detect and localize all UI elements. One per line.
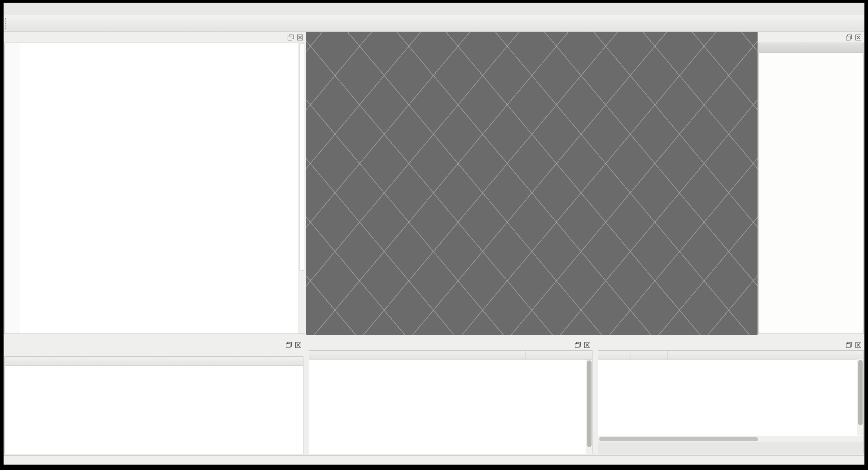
inspector-col-type[interactable] (309, 351, 526, 359)
float-panel-icon[interactable] (287, 34, 294, 41)
cq-object-inspector-panel (308, 339, 593, 455)
editor-panel (4, 32, 306, 335)
variables-panel (597, 339, 864, 455)
toolbar (4, 15, 864, 32)
float-panel-icon[interactable] (846, 34, 852, 41)
traceback-panel (4, 339, 304, 455)
close-panel-icon[interactable] (297, 34, 303, 41)
cq-models-group-header[interactable] (759, 43, 863, 53)
float-panel-icon[interactable] (574, 342, 581, 348)
inspector-scrollbar[interactable] (586, 360, 592, 454)
code-area[interactable] (20, 43, 298, 334)
traceback-empty-body (5, 366, 303, 454)
float-panel-icon[interactable] (285, 342, 292, 348)
close-panel-icon[interactable] (855, 34, 862, 41)
variables-scrollbar[interactable] (857, 359, 863, 435)
variables-col-name[interactable] (598, 351, 631, 359)
status-bar (4, 455, 864, 465)
line-number-gutter (5, 43, 20, 334)
3d-viewport[interactable] (306, 32, 758, 335)
inspector-col-value[interactable] (526, 351, 592, 359)
cad-model-scene (306, 32, 758, 335)
editor-scrollbar[interactable] (298, 43, 305, 334)
bottom-tabbar (598, 442, 863, 454)
float-panel-icon[interactable] (846, 342, 852, 348)
code-editor[interactable] (4, 43, 305, 334)
app-window (4, 3, 864, 465)
toolbar-drag-handle[interactable] (5, 18, 9, 29)
variables-col-value[interactable] (668, 351, 863, 359)
close-panel-icon[interactable] (584, 342, 591, 348)
variables-col-type[interactable] (631, 351, 668, 359)
close-panel-icon[interactable] (855, 342, 862, 348)
menubar (4, 3, 864, 15)
variables-hscrollbar[interactable] (598, 436, 863, 442)
close-panel-icon[interactable] (295, 342, 302, 348)
objects-panel (758, 32, 864, 335)
